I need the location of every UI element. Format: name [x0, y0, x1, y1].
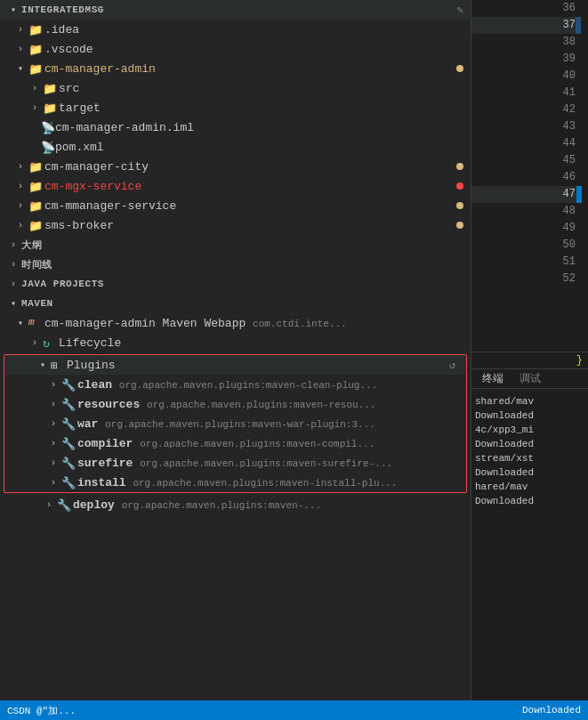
terminal-line-4: stream/xst: [475, 451, 584, 465]
line-numbers: 36 37 38 39 40 41 42 43 44 45 46 47 48 4…: [471, 0, 588, 352]
downloaded-status: Downloaded: [522, 705, 581, 716]
status-bar: CSDN @"加... Downloaded: [0, 700, 588, 720]
terminal-tab-terminal[interactable]: 终端: [475, 369, 511, 388]
cm-admin-chevron: [14, 62, 27, 75]
cm-city-label: cm-manager-city: [44, 160, 456, 174]
cm-mgx-label: cm-mgx-service: [44, 180, 456, 193]
src-chevron: [28, 82, 41, 94]
line-39: 39: [471, 51, 581, 68]
terminal-line-6: hared/mav: [475, 480, 584, 494]
plugin-resources-chevron: [47, 398, 60, 410]
maven-project-item[interactable]: m cm-manager-admin Maven Webapp com.ctdi…: [0, 313, 471, 333]
line-43: 43: [471, 118, 581, 135]
plugin-compiler[interactable]: 🔧 compiler org.apache.maven.plugins:mave…: [4, 433, 466, 453]
outline-section[interactable]: 大纲: [0, 235, 471, 255]
plugin-war-chevron: [47, 417, 60, 430]
active-line-marker: [576, 17, 581, 34]
line-46: 46: [471, 169, 581, 186]
line-48: 48: [471, 203, 581, 220]
tree-item-idea[interactable]: 📁 .idea: [0, 20, 471, 39]
rss-icon-iml: 📡: [41, 121, 53, 133]
root-section-header[interactable]: INTEGRATEDMSG ✎: [0, 0, 471, 20]
idea-folder-icon: 📁: [28, 23, 41, 36]
vscode-folder-icon: 📁: [28, 43, 41, 55]
cm-mmanager-label: cm-mmanager-service: [44, 199, 456, 213]
terminal-line-5: Downloaded: [475, 465, 584, 480]
line47-sidebar: [576, 186, 582, 203]
vscode-chevron: [14, 43, 27, 55]
outline-chevron: [7, 239, 20, 251]
admin-iml-label: cm-manager-admin.iml: [55, 121, 471, 134]
plugin-clean-chevron: [47, 378, 60, 391]
line-50: 50: [471, 237, 581, 254]
wrench-icon-surefire: 🔧: [61, 457, 74, 469]
cm-mgx-dot: [456, 182, 463, 190]
plugins-header[interactable]: ⊞ Plugins ↺: [4, 355, 466, 375]
wrench-icon-deploy: 🔧: [57, 498, 69, 511]
tree-item-cm-mmanager[interactable]: 📁 cm-mmanager-service: [0, 196, 471, 215]
plugin-compiler-chevron: [47, 437, 60, 449]
maven-project-group: com.ctdi.inte...: [253, 319, 347, 329]
plugin-install[interactable]: 🔧 install org.apache.maven.plugins:maven…: [4, 473, 466, 492]
tree-item-cm-manager-admin[interactable]: 📁 cm-manager-admin: [0, 59, 471, 78]
cm-mmanager-chevron: [14, 199, 27, 212]
tree-item-cm-city[interactable]: 📁 cm-manager-city: [0, 157, 471, 176]
plugin-install-label: install org.apache.maven.plugins:maven-i…: [77, 476, 466, 489]
plugin-deploy-label: deploy org.apache.maven.plugins:maven-..…: [73, 498, 471, 512]
cm-mmanager-dot: [456, 202, 463, 209]
terminal-line-2: 4c/xpp3_mi: [475, 423, 584, 437]
maven-section[interactable]: MAVEN: [0, 294, 471, 313]
plugin-resources-label: resources org.apache.maven.plugins:maven…: [77, 398, 466, 411]
wrench-icon-resources: 🔧: [61, 398, 74, 410]
cm-mgx-chevron: [14, 180, 27, 192]
plugin-compiler-label: compiler org.apache.maven.plugins:maven-…: [77, 437, 466, 450]
closing-brace: }: [471, 352, 588, 368]
line-51: 51: [471, 254, 581, 271]
tree-item-cm-mgx[interactable]: 📁 cm-mgx-service: [0, 176, 471, 196]
lifecycle-chevron: [28, 336, 41, 349]
line-37: 37: [471, 17, 581, 34]
java-projects-section[interactable]: JAVA PROJECTS: [0, 274, 471, 294]
plugin-install-chevron: [47, 476, 60, 489]
plugin-deploy[interactable]: 🔧 deploy org.apache.maven.plugins:maven-…: [0, 495, 471, 514]
maven-project-chevron: [14, 317, 27, 329]
tree-item-vscode[interactable]: 📁 .vscode: [0, 39, 471, 59]
sms-folder-icon: 📁: [28, 219, 41, 231]
sms-dot: [456, 222, 463, 229]
plugins-label: Plugins: [67, 359, 449, 372]
explorer-tree[interactable]: INTEGRATEDMSG ✎ 📁 .idea 📁 .vscode 📁 cm-m…: [0, 0, 471, 720]
file-explorer: INTEGRATEDMSG ✎ 📁 .idea 📁 .vscode 📁 cm-m…: [0, 0, 471, 720]
terminal-tab-debug[interactable]: 调试: [512, 369, 548, 388]
maven-chevron: [7, 297, 20, 310]
src-folder-icon: 📁: [43, 82, 55, 94]
lifecycle-item[interactable]: ↻ Lifecycle: [0, 333, 471, 352]
tree-item-admin-iml[interactable]: 📡 cm-manager-admin.iml: [0, 117, 471, 137]
plugin-war-label: war org.apache.maven.plugins:maven-war-p…: [77, 417, 466, 431]
refresh-icon[interactable]: ↺: [449, 359, 455, 372]
line-44: 44: [471, 135, 581, 152]
plugin-deploy-chevron: [43, 498, 55, 511]
plugin-surefire-chevron: [47, 457, 60, 469]
maven-icon: m: [28, 317, 41, 329]
plugin-surefire[interactable]: 🔧 surefire org.apache.maven.plugins:mave…: [4, 453, 466, 473]
tree-item-sms[interactable]: 📁 sms-broker: [0, 215, 471, 235]
cm-admin-folder-icon: 📁: [28, 62, 41, 75]
cm-admin-label: cm-manager-admin: [44, 62, 456, 76]
plugins-section: ⊞ Plugins ↺ 🔧 clean org.apache.maven.plu…: [4, 354, 467, 493]
java-projects-title: JAVA PROJECTS: [21, 279, 104, 289]
target-label: target: [59, 101, 471, 115]
plugin-resources[interactable]: 🔧 resources org.apache.maven.plugins:mav…: [4, 394, 466, 414]
timeline-section[interactable]: 时间线: [0, 255, 471, 274]
line-41: 41: [471, 85, 581, 101]
pom-label: pom.xml: [55, 141, 471, 154]
tree-item-pom[interactable]: 📡 pom.xml: [0, 137, 471, 157]
plugin-war[interactable]: 🔧 war org.apache.maven.plugins:maven-war…: [4, 414, 466, 433]
plugin-clean[interactable]: 🔧 clean org.apache.maven.plugins:maven-c…: [4, 375, 466, 394]
maven-project-label: cm-manager-admin Maven Webapp com.ctdi.i…: [44, 317, 471, 330]
tree-item-src[interactable]: 📁 src: [0, 78, 471, 98]
terminal-line-3: Downloaded: [475, 437, 584, 451]
terminal-content: shared/mav Downloaded 4c/xpp3_mi Downloa…: [471, 392, 588, 510]
java-projects-chevron: [7, 278, 20, 290]
tree-item-target[interactable]: 📁 target: [0, 98, 471, 117]
sms-label: sms-broker: [44, 219, 456, 232]
